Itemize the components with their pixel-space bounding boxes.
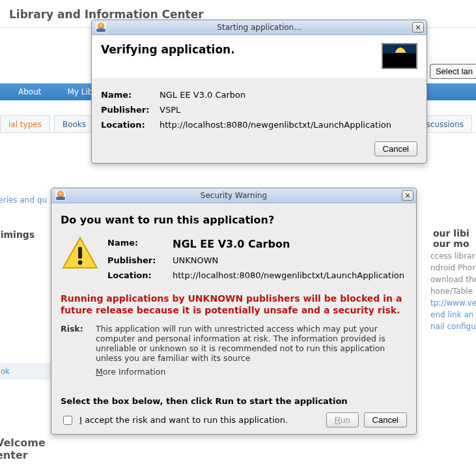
location-label: Location: [101,120,160,130]
welcome-heading: Velcome enter [0,437,46,461]
svg-point-2 [78,261,83,265]
tab-books[interactable]: Books [54,115,94,132]
side-link-url[interactable]: tp://www.ve [430,298,476,308]
run-button[interactable]: Run [326,412,359,427]
side-link-send[interactable]: end link an [430,310,473,319]
sw-publisher-value: UNKNOWN [173,255,218,265]
sw-location-label: Location: [107,270,173,280]
risk-label: Risk: [61,324,88,363]
java-icon [96,22,106,33]
svg-rect-1 [78,247,82,259]
risk-text: This application will run with unrestric… [96,324,407,363]
left-timings-label: timings [0,229,35,240]
dialog1-titlebar[interactable]: Starting application... ✕ [92,20,427,35]
warning-icon [62,237,98,269]
splash-thumbnail [382,43,417,69]
left-queries-link[interactable]: jeries and qu [0,195,47,205]
accept-risk-checkbox[interactable] [63,416,72,425]
publisher-label: Publisher: [101,105,160,115]
left-ok-link[interactable]: ok [0,364,51,379]
name-label: Name: [101,90,160,100]
side-text: ccess librar ndroid Phon ownload the hon… [430,250,476,332]
publisher-value: VSPL [160,105,180,115]
java-icon [55,190,66,201]
side-link-mail[interactable]: nail configu [430,322,476,331]
dialog2-title: Security Warning [66,191,402,200]
nav-about[interactable]: About [18,87,41,96]
unknown-publisher-warning: Running applications by UNKNOWN publishe… [61,293,407,316]
dialog2-titlebar[interactable]: Security Warning ✕ [51,188,416,203]
name-value: NGL EE V3.0 Carbon [160,90,245,100]
cancel-button[interactable]: Cancel [364,412,407,427]
run-question: Do you want to run this application? [61,214,407,226]
select-language-button[interactable]: Select lan [430,64,476,79]
side-heading: our libi our mo [433,228,476,249]
security-warning-dialog: Security Warning ✕ Do you want to run th… [51,188,417,435]
accept-risk-label: I accept the risk and want to run this a… [79,415,288,425]
verifying-heading: Verifying application. [101,43,235,56]
starting-application-dialog: Starting application... ✕ Verifying appl… [91,20,427,164]
sw-name-label: Name: [107,238,173,250]
dialog1-title: Starting application... [106,23,412,32]
close-icon[interactable]: ✕ [402,190,413,201]
sw-publisher-label: Publisher: [107,255,173,265]
more-information-link[interactable]: More Information [96,367,407,377]
accept-risk-row[interactable]: I accept the risk and want to run this a… [61,414,288,427]
select-box-instruction: Select the box below, then click Run to … [61,396,407,406]
tab-ialtypes[interactable]: ial types [0,115,50,132]
sw-name-value: NGL EE V3.0 Carbon [173,238,290,250]
close-icon[interactable]: ✕ [412,22,424,33]
cancel-button[interactable]: Cancel [374,141,417,156]
location-value: http://localhost:8080/newgenlibctxt/Laun… [160,120,391,130]
sw-location-value: http://localhost:8080/newgenlibctxt/Laun… [173,270,404,280]
